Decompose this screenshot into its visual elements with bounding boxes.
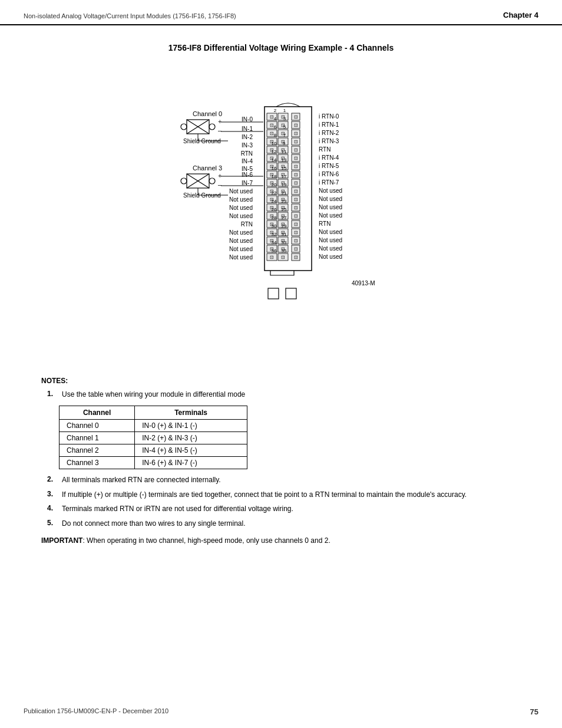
table-cell-channel-0: Channel 0	[59, 419, 135, 431]
svg-text:⊡: ⊡	[270, 123, 274, 128]
svg-text:+: +	[218, 118, 222, 125]
channel0-label: Channel 0	[193, 110, 222, 117]
table-cell-channel-1: Channel 1	[59, 431, 135, 444]
svg-rect-206	[286, 288, 296, 299]
svg-text:5: 5	[283, 124, 286, 130]
svg-text:+: +	[218, 172, 222, 179]
wiring-diagram: Channel 0 + – Shield Ground IN-0	[134, 70, 428, 359]
svg-text:i RTN-2: i RTN-2	[319, 130, 339, 136]
header-title: Non-isolated Analog Voltage/Current Inpu…	[24, 12, 236, 19]
svg-text:34: 34	[272, 240, 277, 245]
note-text-1: Use the table when wiring your module in…	[62, 390, 527, 400]
table-row-0: Channel 0 IN-0 (+) & IN-1 (-)	[59, 419, 247, 431]
svg-text:⊡: ⊡	[294, 246, 298, 252]
svg-text:⊡: ⊡	[270, 114, 274, 120]
svg-text:Not used: Not used	[229, 213, 253, 219]
note-item-3: 3. If multiple (+) or multiple (-) termi…	[41, 490, 527, 500]
important-label: IMPORTANT	[41, 536, 82, 545]
svg-text:3: 3	[283, 116, 286, 121]
svg-text:32: 32	[272, 232, 277, 237]
svg-point-21	[209, 178, 215, 184]
svg-text:⊡: ⊡	[294, 180, 298, 186]
svg-text:19: 19	[282, 182, 287, 187]
note-number-3: 3.	[47, 490, 59, 500]
svg-rect-205	[268, 288, 279, 299]
svg-text:⊡: ⊡	[294, 189, 298, 194]
svg-text:12: 12	[272, 149, 277, 154]
svg-text:Not used: Not used	[319, 245, 342, 252]
svg-text:IN-6: IN-6	[242, 172, 253, 178]
svg-text:⊡: ⊡	[270, 255, 274, 260]
page-content: 1756-IF8 Differential Voltage Wiring Exa…	[0, 25, 562, 569]
table-row-1: Channel 1 IN-2 (+) & IN-3 (-)	[59, 431, 247, 444]
svg-text:⊡: ⊡	[294, 205, 298, 210]
svg-text:25: 25	[282, 207, 287, 212]
svg-text:⊡: ⊡	[294, 139, 298, 144]
note-item-2: 2. All terminals marked RTN are connecte…	[41, 475, 527, 485]
svg-text:29: 29	[282, 223, 287, 229]
svg-text:Shield Ground: Shield Ground	[183, 192, 221, 199]
svg-text:i RTN-5: i RTN-5	[319, 163, 339, 169]
note-text-4: Terminals marked RTN or iRTN are not use…	[62, 504, 527, 514]
svg-text:IN-2: IN-2	[242, 134, 253, 140]
svg-text:14: 14	[272, 157, 277, 163]
table-row-2: Channel 2 IN-4 (+) & IN-5 (-)	[59, 444, 247, 456]
note-text-3: If multiple (+) or multiple (-) terminal…	[62, 490, 527, 500]
channel3-label: Channel 3	[193, 164, 222, 172]
svg-text:⊡: ⊡	[294, 197, 298, 202]
svg-text:Not used: Not used	[229, 188, 253, 195]
svg-text:⊡: ⊡	[294, 147, 298, 153]
svg-text:⊡: ⊡	[294, 222, 298, 227]
note-item-4: 4. Terminals marked RTN or iRTN are not …	[41, 504, 527, 514]
svg-text:6: 6	[274, 124, 277, 130]
note-item-5: 5. Do not connect more than two wires to…	[41, 519, 527, 529]
svg-text:11: 11	[282, 149, 287, 154]
table-cell-terminals-3: IN-6 (+) & IN-7 (-)	[135, 456, 247, 469]
svg-text:16: 16	[272, 166, 277, 171]
svg-text:18: 18	[272, 174, 277, 179]
svg-text:Not used: Not used	[319, 237, 342, 243]
svg-text:15: 15	[282, 166, 287, 171]
svg-text:8: 8	[274, 133, 277, 138]
svg-text:⊡: ⊡	[294, 172, 298, 177]
svg-text:Not used: Not used	[229, 229, 253, 236]
page-header: Non-isolated Analog Voltage/Current Inpu…	[0, 0, 562, 25]
svg-text:IN-4: IN-4	[242, 158, 253, 164]
svg-text:4: 4	[274, 116, 277, 121]
table-cell-channel-2: Channel 2	[59, 444, 135, 456]
svg-text:Not used: Not used	[319, 212, 342, 219]
svg-point-20	[181, 178, 187, 184]
svg-text:RTN: RTN	[241, 221, 253, 228]
svg-text:⊡: ⊡	[294, 238, 298, 243]
svg-text:Not used: Not used	[229, 205, 253, 211]
svg-text:9: 9	[283, 141, 286, 146]
svg-text:RTN: RTN	[241, 150, 253, 157]
svg-text:⊡: ⊡	[294, 164, 298, 169]
note-item-1: 1. Use the table when wiring your module…	[41, 390, 527, 400]
table-cell-terminals-2: IN-4 (+) & IN-5 (-)	[135, 444, 247, 456]
table-header-terminals: Terminals	[135, 406, 247, 419]
svg-text:IN-7: IN-7	[242, 180, 253, 186]
table-cell-terminals-1: IN-2 (+) & IN-3 (-)	[135, 431, 247, 444]
svg-text:Not used: Not used	[229, 238, 253, 244]
svg-text:21: 21	[282, 190, 287, 196]
svg-text:35: 35	[282, 248, 287, 253]
svg-text:⊡: ⊡	[270, 131, 274, 136]
svg-text:Shield Ground: Shield Ground	[183, 138, 221, 144]
svg-text:–: –	[218, 181, 222, 188]
svg-text:36: 36	[272, 248, 277, 253]
header-chapter: Chapter 4	[503, 11, 538, 19]
svg-text:31: 31	[282, 232, 287, 237]
svg-text:30: 30	[272, 223, 277, 229]
page-footer: Publication 1756-UM009C-EN-P - December …	[0, 707, 562, 716]
svg-text:⊡: ⊡	[294, 114, 298, 120]
svg-text:⊡: ⊡	[294, 156, 298, 161]
svg-text:Not used: Not used	[319, 187, 342, 194]
svg-text:Not used: Not used	[319, 229, 342, 235]
svg-text:33: 33	[282, 240, 287, 245]
svg-text:IN-0: IN-0	[242, 116, 253, 123]
svg-text:RTN: RTN	[319, 220, 330, 227]
table-row-3: Channel 3 IN-6 (+) & IN-7 (-)	[59, 456, 247, 469]
svg-text:IN-3: IN-3	[242, 142, 253, 149]
note-number-5: 5.	[47, 519, 59, 529]
